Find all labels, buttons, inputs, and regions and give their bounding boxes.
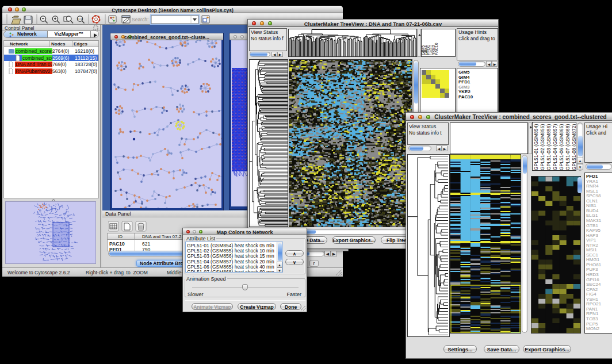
svg-text:Search:: Search: <box>132 16 148 22</box>
svg-text:1:1: 1:1 <box>78 17 82 20</box>
